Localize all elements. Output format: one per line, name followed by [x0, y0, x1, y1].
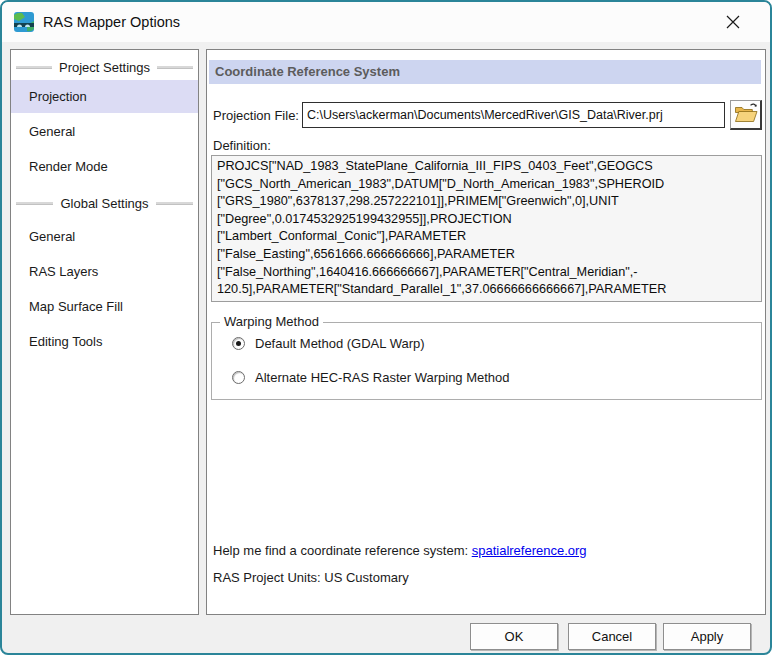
nav-group-header-project-settings: Project Settings	[16, 57, 193, 77]
ras-project-units-text: RAS Project Units: US Customary	[213, 570, 409, 585]
sidebar-item-map-surface-fill[interactable]: Map Surface Fill	[11, 290, 198, 323]
sidebar-item-projection[interactable]: Projection	[11, 80, 198, 113]
divider-line	[16, 66, 52, 69]
sidebar-item-general-project[interactable]: General	[11, 115, 198, 148]
warping-method-legend: Warping Method	[220, 314, 323, 329]
open-folder-icon	[734, 102, 758, 127]
close-icon[interactable]	[710, 2, 756, 42]
sidebar-item-render-mode[interactable]: Render Mode	[11, 150, 198, 183]
radio-alternate-method[interactable]: Alternate HEC-RAS Raster Warping Method	[232, 370, 510, 385]
sidebar-item-general-global[interactable]: General	[11, 220, 198, 253]
browse-folder-button[interactable]	[730, 100, 762, 130]
apply-button[interactable]: Apply	[663, 623, 751, 650]
divider-line	[16, 202, 53, 205]
divider-line	[156, 202, 193, 205]
settings-nav-list: Project Settings Projection General Rend…	[10, 49, 199, 615]
warping-method-groupbox: Warping Method Default Method (GDAL Warp…	[211, 322, 762, 400]
divider-line	[157, 66, 193, 69]
section-title: Coordinate Reference System	[209, 60, 761, 84]
radio-button-icon	[232, 337, 245, 350]
projection-file-input[interactable]	[302, 102, 725, 128]
window-title: RAS Mapper Options	[43, 14, 180, 30]
definition-textbox[interactable]: PROJCS["NAD_1983_StatePlane_California_I…	[211, 155, 762, 302]
sidebar-item-ras-layers[interactable]: RAS Layers	[11, 255, 198, 288]
definition-label: Definition:	[213, 138, 271, 153]
radio-default-method[interactable]: Default Method (GDAL Warp)	[232, 336, 425, 351]
radio-button-icon	[232, 371, 245, 384]
projection-file-label: Projection File:	[213, 108, 299, 123]
title-bar: RAS Mapper Options	[2, 2, 770, 42]
ras-mapper-options-dialog: RAS Mapper Options Project Settings Proj…	[0, 0, 772, 655]
cancel-button[interactable]: Cancel	[568, 623, 656, 650]
ok-button[interactable]: OK	[470, 623, 558, 650]
projection-settings-panel: Coordinate Reference System Projection F…	[206, 49, 766, 615]
spatialreference-link[interactable]: spatialreference.org	[472, 543, 587, 558]
ras-mapper-map-icon	[14, 12, 34, 32]
sidebar-item-editing-tools[interactable]: Editing Tools	[11, 325, 198, 358]
help-text-line: Help me find a coordinate reference syst…	[213, 543, 587, 558]
nav-group-header-global-settings: Global Settings	[16, 193, 193, 213]
